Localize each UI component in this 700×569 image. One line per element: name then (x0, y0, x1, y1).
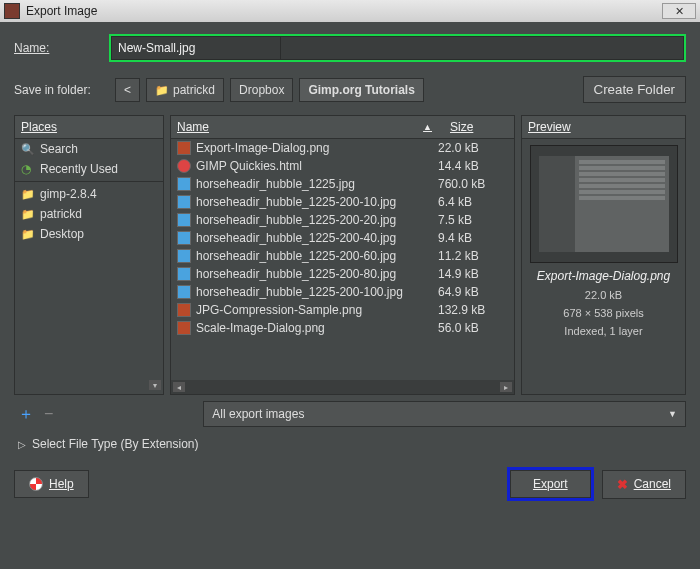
cancel-icon: ✖ (617, 477, 628, 492)
export-button-highlight: Export (507, 467, 594, 501)
remove-bookmark-button[interactable]: − (44, 405, 53, 423)
folder-icon (155, 83, 169, 97)
png-file-icon (177, 321, 191, 335)
file-row[interactable]: horseheadir_hubble_1225.jpg760.0 kB (171, 175, 514, 193)
file-row[interactable]: horseheadir_hubble_1225-200-60.jpg11.2 k… (171, 247, 514, 265)
file-row[interactable]: GIMP Quickies.html14.4 kB (171, 157, 514, 175)
folder-icon (21, 187, 35, 201)
places-folder-2[interactable]: Desktop (15, 224, 163, 244)
file-list-panel: Name▲ Size Export-Image-Dialog.png22.0 k… (170, 115, 515, 395)
file-row[interactable]: Export-Image-Dialog.png22.0 kB (171, 139, 514, 157)
preview-filesize: 22.0 kB (585, 289, 622, 301)
preview-mode: Indexed, 1 layer (564, 325, 642, 337)
preview-thumbnail (530, 145, 678, 263)
path-segment-2[interactable]: Gimp.org Tutorials (299, 78, 423, 102)
path-segment-1[interactable]: Dropbox (230, 78, 293, 102)
file-row[interactable]: horseheadir_hubble_1225-200-10.jpg6.4 kB (171, 193, 514, 211)
column-name[interactable]: Name▲ (171, 116, 444, 138)
jpg-file-icon (177, 285, 191, 299)
search-icon (21, 142, 35, 156)
folder-icon (21, 207, 35, 221)
jpg-file-icon (177, 195, 191, 209)
png-file-icon (177, 141, 191, 155)
filename-input-extent[interactable] (281, 36, 684, 60)
jpg-file-icon (177, 249, 191, 263)
filename-input[interactable] (111, 36, 281, 60)
path-back-button[interactable]: < (115, 78, 140, 102)
places-divider (15, 181, 163, 182)
html-file-icon (177, 159, 191, 173)
help-icon (29, 477, 43, 491)
file-list-body[interactable]: Export-Image-Dialog.png22.0 kBGIMP Quick… (171, 139, 514, 380)
create-folder-button[interactable]: Create Folder (583, 76, 687, 103)
places-folder-0[interactable]: gimp-2.8.4 (15, 184, 163, 204)
jpg-file-icon (177, 231, 191, 245)
sort-asc-icon: ▲ (423, 122, 432, 132)
file-row[interactable]: horseheadir_hubble_1225-200-20.jpg7.5 kB (171, 211, 514, 229)
places-item-recent[interactable]: Recently Used (15, 159, 163, 179)
window-title: Export Image (26, 4, 97, 18)
export-button[interactable]: Export (510, 470, 591, 498)
save-in-folder-label: Save in folder: (14, 83, 109, 97)
preview-dimensions: 678 × 538 pixels (563, 307, 643, 319)
name-label: Name: (14, 41, 109, 55)
jpg-file-icon (177, 267, 191, 281)
jpg-file-icon (177, 177, 191, 191)
jpg-file-icon (177, 213, 191, 227)
places-scroll[interactable]: ▾ (15, 380, 163, 394)
titlebar: Export Image ✕ (0, 0, 700, 22)
expand-right-icon: ▷ (18, 439, 26, 450)
preview-filename: Export-Image-Dialog.png (537, 269, 670, 283)
file-row[interactable]: horseheadir_hubble_1225-200-80.jpg14.9 k… (171, 265, 514, 283)
scroll-left-icon[interactable]: ◂ (173, 382, 185, 392)
places-item-search[interactable]: Search (15, 139, 163, 159)
file-type-expander[interactable]: ▷ Select File Type (By Extension) (14, 437, 686, 451)
column-size[interactable]: Size (444, 116, 514, 138)
file-filter-dropdown[interactable]: All export images ▼ (203, 401, 686, 427)
name-input-highlight (109, 34, 686, 62)
chevron-down-icon: ▼ (668, 409, 677, 419)
preview-header: Preview (522, 116, 685, 139)
png-file-icon (177, 303, 191, 317)
file-row[interactable]: horseheadir_hubble_1225-200-40.jpg9.4 kB (171, 229, 514, 247)
recent-icon (21, 162, 35, 176)
file-list-hscroll[interactable]: ◂ ▸ (171, 380, 514, 394)
places-header[interactable]: Places (15, 116, 163, 139)
preview-panel: Preview Export-Image-Dialog.png 22.0 kB … (521, 115, 686, 395)
help-button[interactable]: Help (14, 470, 89, 498)
folder-icon (21, 227, 35, 241)
places-folder-1[interactable]: patrickd (15, 204, 163, 224)
close-button[interactable]: ✕ (662, 3, 696, 19)
file-row[interactable]: Scale-Image-Dialog.png56.0 kB (171, 319, 514, 337)
app-icon (4, 3, 20, 19)
scroll-right-icon[interactable]: ▸ (500, 382, 512, 392)
cancel-button[interactable]: ✖ Cancel (602, 470, 686, 499)
places-list: Search Recently Used gimp-2.8.4 patrickd… (15, 139, 163, 380)
file-row[interactable]: JPG-Compression-Sample.png132.9 kB (171, 301, 514, 319)
file-row[interactable]: horseheadir_hubble_1225-200-100.jpg64.9 … (171, 283, 514, 301)
add-bookmark-button[interactable]: ＋ (18, 404, 34, 425)
path-segment-0[interactable]: patrickd (146, 78, 224, 102)
places-panel: Places Search Recently Used gimp-2.8.4 p… (14, 115, 164, 395)
file-list-header: Name▲ Size (171, 116, 514, 139)
